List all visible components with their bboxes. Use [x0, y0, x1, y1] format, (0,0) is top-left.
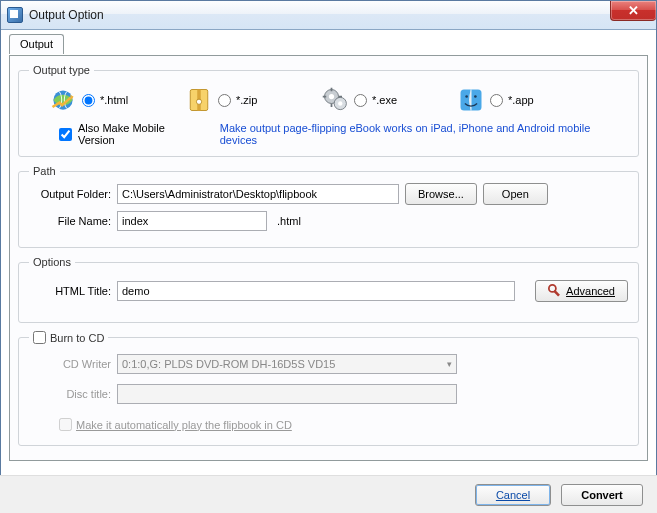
- wrench-icon: [548, 284, 562, 298]
- globe-icon: [49, 86, 77, 114]
- label-file-name: File Name:: [29, 215, 111, 227]
- input-output-folder[interactable]: [117, 184, 399, 204]
- radio-html[interactable]: [82, 94, 95, 107]
- radio-exe[interactable]: [354, 94, 367, 107]
- legend-options: Options: [29, 256, 75, 268]
- input-file-name[interactable]: [117, 211, 267, 231]
- open-button[interactable]: Open: [483, 183, 548, 205]
- checkbox-burn[interactable]: [33, 331, 46, 344]
- label-cd-writer: CD Writer: [29, 358, 111, 370]
- svg-point-9: [465, 95, 468, 98]
- legend-burn-text: Burn to CD: [50, 332, 104, 344]
- app-finder-icon: [457, 86, 485, 114]
- select-cd-writer: 0:1:0,G: PLDS DVD-ROM DH-16D5S VD15 ▾: [117, 354, 457, 374]
- radio-app[interactable]: [490, 94, 503, 107]
- radio-zip[interactable]: [218, 94, 231, 107]
- radio-app-label: *.app: [508, 94, 534, 106]
- legend-burn: Burn to CD: [29, 331, 108, 344]
- advanced-button[interactable]: Advanced: [535, 280, 628, 302]
- select-cd-writer-value: 0:1:0,G: PLDS DVD-ROM DH-16D5S VD15: [122, 358, 335, 370]
- close-button[interactable]: ✕: [610, 1, 656, 21]
- radio-exe-label: *.exe: [372, 94, 397, 106]
- chevron-down-icon: ▾: [447, 359, 452, 369]
- group-burn: Burn to CD CD Writer 0:1:0,G: PLDS DVD-R…: [18, 331, 639, 446]
- svg-point-7: [338, 101, 342, 105]
- group-output-type: Output type *.html *.zip: [18, 64, 639, 157]
- app-icon: [7, 7, 23, 23]
- group-path: Path Output Folder: Browse... Open File …: [18, 165, 639, 248]
- tabstrip: Output: [9, 34, 648, 56]
- tabpanel-output: Output type *.html *.zip: [9, 55, 648, 461]
- input-disc-title: [117, 384, 457, 404]
- exe-icon: [321, 86, 349, 114]
- file-ext: .html: [277, 215, 301, 227]
- checkbox-mobile-label: Also Make Mobile Version: [78, 122, 204, 146]
- tab-output[interactable]: Output: [9, 34, 64, 54]
- browse-button[interactable]: Browse...: [405, 183, 477, 205]
- input-html-title[interactable]: [117, 281, 515, 301]
- window-title: Output Option: [29, 8, 104, 22]
- output-type-row: *.html *.zip *.exe: [29, 82, 628, 122]
- mobile-row: Also Make Mobile Version Make output pag…: [29, 122, 628, 146]
- label-html-title: HTML Title:: [29, 285, 111, 297]
- checkbox-autoplay-label: Make it automatically play the flipbook …: [76, 419, 292, 431]
- footer: Cancel Convert: [0, 475, 657, 513]
- legend-output-type: Output type: [29, 64, 94, 76]
- advanced-label: Advanced: [566, 285, 615, 297]
- svg-point-10: [474, 95, 477, 98]
- radio-html-label: *.html: [100, 94, 128, 106]
- mobile-hint-link[interactable]: Make output page-flipping eBook works on…: [220, 122, 628, 146]
- svg-point-3: [196, 99, 201, 104]
- svg-rect-12: [553, 290, 560, 297]
- content: Output Output type *.html *.zip: [1, 30, 656, 461]
- close-icon: ✕: [628, 3, 639, 18]
- zip-icon: [185, 86, 213, 114]
- radio-zip-label: *.zip: [236, 94, 257, 106]
- svg-point-5: [329, 94, 334, 99]
- group-options: Options HTML Title: Advanced: [18, 256, 639, 323]
- cancel-button[interactable]: Cancel: [475, 484, 551, 506]
- label-disc-title: Disc title:: [29, 388, 111, 400]
- convert-button[interactable]: Convert: [561, 484, 643, 506]
- checkbox-mobile[interactable]: [59, 128, 72, 141]
- titlebar: Output Option ✕: [1, 1, 656, 30]
- checkbox-autoplay: [59, 418, 72, 431]
- legend-path: Path: [29, 165, 60, 177]
- label-output-folder: Output Folder:: [29, 188, 111, 200]
